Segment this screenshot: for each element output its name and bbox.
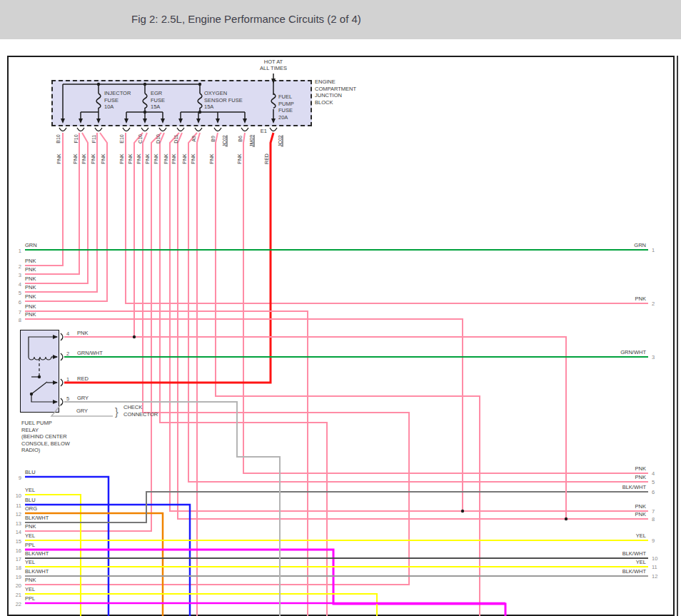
- wire-color-tag: PNK: [209, 148, 214, 170]
- left-row-number: 16: [10, 547, 21, 554]
- connector-pin-label: E1: [254, 128, 267, 135]
- check-connector-bracket: }: [115, 406, 118, 418]
- left-row-color-label: PPL: [25, 542, 35, 549]
- left-row-number: 22: [10, 601, 21, 607]
- right-row-number: 5: [652, 479, 655, 485]
- left-row-color-label: PNK: [25, 266, 36, 273]
- oxygen-sensor-fuse-label: OXYGEN SENSOR FUSE 15A: [204, 90, 243, 111]
- left-row-color-label: BLU: [25, 497, 36, 504]
- junction-block-label: ENGINE COMPARTMENT JUNCTION BLOCK: [315, 79, 356, 106]
- left-row-number: 11: [10, 503, 21, 509]
- left-row-color-label: BLU: [25, 469, 36, 476]
- left-row-color-label: PNK: [25, 577, 36, 584]
- wire-color-tag: PNK: [136, 148, 141, 170]
- left-row-number: 15: [10, 538, 21, 545]
- wire-color-tag: PNK: [153, 148, 158, 170]
- left-row-color-label: YEL: [25, 532, 35, 540]
- egr-fuse-label: EGR FUSE 15A: [151, 90, 165, 111]
- left-row-number: 18: [10, 565, 21, 571]
- wire-color-tag: PNK: [56, 148, 61, 170]
- check-connector-label: CHECK CONNECTOR: [123, 404, 158, 418]
- wire-color-tag: PNK: [91, 148, 96, 170]
- injector-fuse-label: INJECTOR FUSE 10A: [104, 90, 131, 111]
- junction-id-label: JC02: [278, 129, 283, 153]
- wire-color-tag: PNK: [171, 148, 176, 170]
- junction-id-label: JC02: [222, 129, 227, 153]
- right-row-color-label: YEL: [575, 532, 646, 540]
- right-row-number: 10: [652, 555, 657, 562]
- relay-pin-color-label: RED: [77, 375, 89, 383]
- left-row-color-label: BLK/WHT: [25, 550, 49, 557]
- connector-pin-label: E10: [119, 127, 124, 151]
- left-row-number: 5: [10, 290, 21, 296]
- right-row-color-label: BLK/WHT: [575, 550, 646, 557]
- left-row-color-label: PNK: [25, 284, 36, 291]
- left-row-number: 9: [10, 475, 21, 481]
- left-row-color-label: BLK/WHT: [25, 568, 49, 575]
- left-row-color-label: PNK: [25, 258, 36, 265]
- wire-color-tag: PNK: [191, 148, 196, 170]
- left-row-color-label: PNK: [25, 293, 36, 301]
- left-row-number: 17: [10, 556, 21, 562]
- right-row-number: 4: [652, 470, 655, 477]
- check-connector-wire-label: GRY: [76, 408, 88, 415]
- relay-pin-color-label: PNK: [77, 330, 88, 337]
- fuel-pump-relay-label: FUEL PUMP RELAY (BEHIND CENTER CONSOLE, …: [21, 420, 70, 454]
- left-row-number: 19: [10, 574, 21, 580]
- right-row-number: 8: [652, 516, 655, 522]
- wire-color-tag: PNK: [128, 148, 133, 170]
- left-row-number: 10: [10, 493, 21, 499]
- left-row-color-label: GRN: [25, 242, 37, 249]
- connector-pin-label: A9: [191, 127, 196, 151]
- junction-block-box: [51, 80, 312, 126]
- fuel-pump-fuse-label: FUEL PUMP FUSE 20A: [278, 94, 294, 121]
- right-row-color-label: PNK: [575, 465, 646, 473]
- wire-color-tag: RED: [264, 148, 269, 170]
- window-edge-line: [677, 56, 678, 616]
- right-row-number: 11: [652, 564, 657, 570]
- left-row-color-label: ORG: [25, 505, 37, 513]
- wire-color-tag: PNK: [81, 148, 86, 170]
- right-row-color-label: BLK/WHT: [575, 568, 646, 575]
- left-row-color-label: PNK: [25, 276, 36, 283]
- connector-pin-label: C10: [138, 127, 143, 151]
- wire-color-tag: PNK: [73, 148, 78, 170]
- wiring-diagram-page: Fig 2: 2.5L, Engine Performance Circuits…: [0, 0, 681, 616]
- right-row-number: 1: [652, 247, 655, 253]
- relay-pin-color-label: GRY: [77, 395, 89, 402]
- figure-title: Fig 2: 2.5L, Engine Performance Circuits…: [131, 13, 361, 25]
- left-row-number: 14: [10, 529, 21, 535]
- wire-color-tag: PNK: [119, 148, 124, 170]
- right-row-number: 7: [652, 508, 655, 515]
- connector-pin-label: D11: [173, 127, 178, 151]
- wire-color-tag: PNK: [163, 148, 168, 170]
- left-row-number: 20: [10, 582, 21, 589]
- right-row-number: 6: [652, 489, 655, 495]
- right-row-color-label: PNK: [575, 474, 646, 481]
- left-row-color-label: YEL: [25, 586, 35, 593]
- left-row-number: 4: [10, 281, 21, 288]
- left-row-number: 12: [10, 511, 21, 517]
- left-row-number: 21: [10, 592, 21, 598]
- connector-pin-label: B6: [238, 127, 243, 151]
- right-row-color-label: YEL: [575, 559, 646, 566]
- right-row-color-label: GRN/WHT: [575, 349, 646, 356]
- left-row-color-label: PNK: [25, 523, 36, 530]
- right-row-color-label: BLK/WHT: [575, 484, 646, 491]
- wire-color-tag: PNK: [182, 148, 187, 170]
- left-row-color-label: PNK: [25, 303, 36, 310]
- fuel-pump-relay-box: [20, 330, 59, 413]
- left-row-color-label: PNK: [25, 311, 36, 318]
- right-row-number: 9: [652, 537, 655, 544]
- connector-pin-label: F11: [91, 127, 96, 151]
- left-row-number: 2: [10, 263, 21, 270]
- left-row-color-label: BLK/WHT: [25, 515, 49, 522]
- connector-pin-label: D10: [156, 127, 161, 151]
- right-row-number: 12: [652, 573, 657, 580]
- connector-pin-label: B10: [56, 127, 61, 151]
- relay-pin-color-label: GRN/WHT: [77, 350, 103, 357]
- relay-pin-number: 1: [66, 376, 69, 383]
- left-row-number: 13: [10, 520, 21, 527]
- left-row-color-label: YEL: [25, 487, 35, 494]
- connector-pin-label: B9: [211, 127, 216, 151]
